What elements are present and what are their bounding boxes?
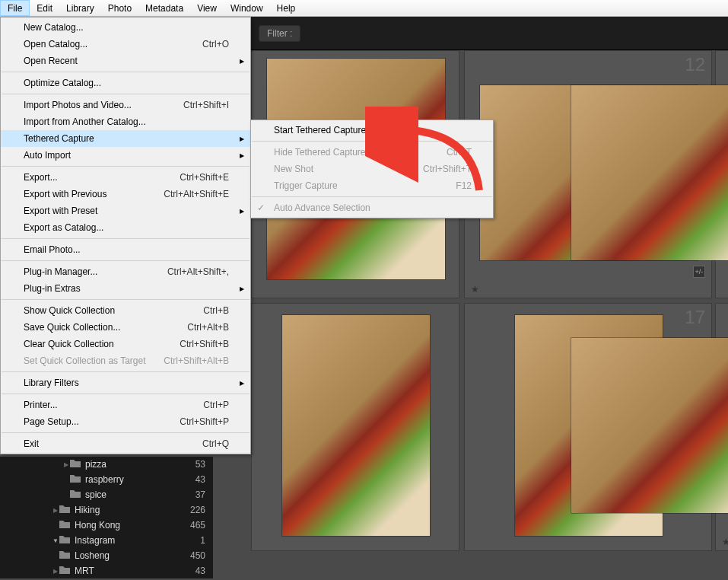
menu-item-label: Set Quick Collection as Target (24, 355, 164, 366)
check-icon: ✓ (257, 202, 265, 213)
develop-badge-icon[interactable]: +/- (693, 266, 705, 278)
folder-row-hong-kong[interactable]: Hong Kong465 (0, 518, 213, 533)
folder-icon (70, 489, 85, 500)
folder-name: Losheng (75, 550, 178, 561)
menu-item-shortcut: Ctrl+T (447, 147, 472, 158)
folder-name: Hong Kong (75, 520, 178, 531)
thumbnail-image[interactable] (282, 315, 430, 536)
file-menu-show-quick-collection[interactable]: Show Quick CollectionCtrl+B (1, 302, 250, 319)
menubar-file[interactable]: File (0, 0, 30, 16)
triangle-right-icon[interactable]: ▶ (52, 507, 59, 514)
star-icon[interactable]: ★ (471, 284, 479, 295)
folder-count: 43 (178, 566, 205, 576)
file-menu-auto-import[interactable]: Auto Import▶ (1, 147, 250, 164)
file-menu-printer[interactable]: Printer...Ctrl+P (1, 397, 250, 413)
folder-row-raspberry[interactable]: raspberry43 (0, 472, 213, 487)
menu-item-label: Plug-in Manager... (24, 266, 167, 277)
chevron-right-icon: ▶ (240, 152, 244, 159)
grid-cell[interactable]: 1 (715, 50, 728, 298)
folder-row-instagram[interactable]: ▼Instagram1 (0, 533, 213, 548)
file-menu-email-photo[interactable]: Email Photo... (1, 241, 250, 258)
menu-item-label: Export... (24, 172, 180, 183)
menu-item-shortcut: Ctrl+Alt+B (187, 322, 229, 333)
folder-row-hiking[interactable]: ▶Hiking226 (0, 502, 213, 518)
file-menu-exit[interactable]: ExitCtrl+Q (1, 435, 250, 452)
thumbnail-image[interactable] (571, 338, 728, 513)
menu-item-shortcut: Ctrl+Q (202, 438, 229, 449)
menu-item-label: Save Quick Collection... (24, 322, 187, 333)
file-menu-library-filters[interactable]: Library Filters▶ (1, 374, 250, 391)
file-menu-open-recent[interactable]: Open Recent▶ (1, 53, 250, 69)
file-menu-save-quick-collection[interactable]: Save Quick Collection...Ctrl+Alt+B (1, 319, 250, 336)
menu-item-label: Show Quick Collection (24, 305, 203, 316)
file-menu-import-photos-and-video[interactable]: Import Photos and Video...Ctrl+Shift+I (1, 97, 250, 113)
file-menu-new-catalog[interactable]: New Catalog... (1, 19, 250, 36)
file-menu-tethered-capture[interactable]: Tethered Capture▶ (1, 130, 250, 147)
grid-cell[interactable]: ★ (715, 303, 728, 551)
folder-name: Instagram (75, 535, 178, 546)
chevron-right-icon: ▶ (240, 135, 244, 142)
menubar-metadata[interactable]: Metadata (138, 0, 190, 16)
tethered-menu-auto-advance-selection: ✓Auto Advance Selection (251, 199, 493, 216)
file-menu-import-from-another-catalog[interactable]: Import from Another Catalog... (1, 113, 250, 130)
menu-item-label: Email Photo... (24, 244, 229, 255)
file-menu-export[interactable]: Export...Ctrl+Shift+E (1, 169, 250, 186)
menubar-photo[interactable]: Photo (101, 0, 138, 16)
menubar-help[interactable]: Help (270, 0, 303, 16)
folder-count: 37 (178, 489, 205, 500)
menu-item-shortcut: Ctrl+Shift+T (423, 164, 472, 174)
folder-icon (70, 474, 85, 485)
menu-item-shortcut: Ctrl+O (202, 39, 229, 49)
grid-cell[interactable] (251, 303, 459, 551)
menu-item-label: New Shot (274, 164, 423, 174)
triangle-right-icon[interactable]: ▶ (52, 568, 59, 575)
menu-item-shortcut: Ctrl+B (203, 305, 229, 316)
menubar-window[interactable]: Window (224, 0, 270, 16)
folder-count: 450 (178, 550, 205, 561)
menubar-view[interactable]: View (190, 0, 224, 16)
file-menu-open-catalog[interactable]: Open Catalog...Ctrl+O (1, 36, 250, 53)
thumbnail-image[interactable] (571, 85, 728, 260)
file-menu-export-as-catalog[interactable]: Export as Catalog... (1, 219, 250, 236)
folder-count: 43 (178, 474, 205, 485)
folder-icon (59, 550, 75, 561)
file-menu-optimize-catalog[interactable]: Optimize Catalog... (1, 75, 250, 91)
cell-index: 12 (685, 54, 705, 75)
folder-row-mrt[interactable]: ▶MRT43 (0, 563, 213, 578)
file-menu-export-with-preset[interactable]: Export with Preset▶ (1, 202, 250, 219)
menu-item-label: Auto Advance Selection (274, 202, 472, 213)
folder-row-losheng[interactable]: Losheng450 (0, 548, 213, 563)
library-filter-label[interactable]: Filter : (259, 25, 300, 42)
menu-item-shortcut: Ctrl+Shift+Alt+B (164, 355, 229, 366)
folder-icon (59, 505, 75, 515)
menu-item-label: Export as Catalog... (24, 222, 229, 233)
menu-item-label: Page Setup... (24, 416, 180, 427)
triangle-down-icon[interactable]: ▼ (52, 537, 59, 544)
file-menu-export-with-previous[interactable]: Export with PreviousCtrl+Alt+Shift+E (1, 186, 250, 202)
menu-item-label: Tethered Capture (24, 133, 229, 144)
file-menu-clear-quick-collection[interactable]: Clear Quick CollectionCtrl+Shift+B (1, 336, 250, 352)
menu-item-shortcut: Ctrl+Shift+B (180, 339, 229, 349)
file-menu-plug-in-extras[interactable]: Plug-in Extras▶ (1, 280, 250, 297)
folders-panel: ▶pizza53raspberry43spice37▶Hiking226Hong… (0, 457, 213, 578)
chevron-right-icon: ▶ (240, 380, 244, 387)
menubar-library[interactable]: Library (59, 0, 101, 16)
cell-index: 17 (685, 307, 705, 328)
menu-item-label: Open Recent (24, 56, 229, 66)
triangle-right-icon[interactable]: ▶ (62, 461, 70, 468)
folder-count: 1 (178, 535, 205, 546)
folder-row-spice[interactable]: spice37 (0, 487, 213, 502)
file-menu-page-setup[interactable]: Page Setup...Ctrl+Shift+P (1, 413, 250, 430)
tethered-menu-start-tethered-capture[interactable]: Start Tethered Capture... (251, 122, 493, 139)
folder-count: 226 (178, 505, 205, 515)
menu-item-label: Start Tethered Capture... (274, 125, 472, 135)
menubar-edit[interactable]: Edit (30, 0, 59, 16)
menu-item-label: Optimize Catalog... (24, 78, 229, 88)
menu-item-label: Import Photos and Video... (24, 100, 183, 110)
folder-row-pizza[interactable]: ▶pizza53 (0, 457, 213, 472)
folder-count: 465 (178, 520, 205, 531)
star-icon[interactable]: ★ (722, 537, 728, 547)
file-menu-plug-in-manager[interactable]: Plug-in Manager...Ctrl+Alt+Shift+, (1, 263, 250, 280)
folder-count: 53 (178, 459, 205, 470)
folder-icon (70, 459, 85, 470)
